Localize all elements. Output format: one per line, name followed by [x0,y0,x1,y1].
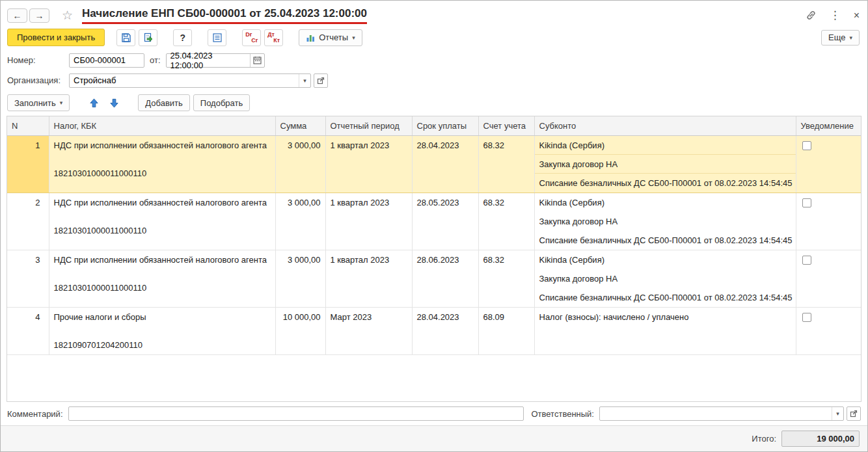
tax-table: NНалог, КБКСуммаОтчетный периодСрок упла… [7,116,861,402]
column-header[interactable]: Сумма [275,116,325,135]
responsible-combo[interactable]: ▾ [599,406,844,421]
favorite-star-icon[interactable]: ☆ [62,8,73,23]
back-button[interactable]: ← [7,8,27,23]
row-number: 3 [7,250,49,269]
period-cell[interactable]: 1 квартал 2023 [325,193,412,250]
sum-cell[interactable]: 3 000,00 [275,250,325,307]
notification-cell[interactable] [796,250,861,307]
arrow-down-icon [109,98,119,108]
dr-cr-postings-button[interactable]: Dr Cr [242,29,261,46]
tax-kbk-cell[interactable]: НДС при исполнении обязанностей налогово… [49,193,275,250]
date-input[interactable]: 25.04.2023 12:00:00 [166,53,265,68]
comment-input[interactable] [68,406,524,421]
pick-button[interactable]: Подобрать [193,94,250,111]
open-icon [317,77,325,85]
sum-cell[interactable]: 3 000,00 [275,193,325,250]
notification-checkbox[interactable] [802,313,811,322]
forward-button[interactable]: → [29,8,49,23]
period-cell[interactable]: 1 квартал 2023 [325,250,412,307]
reports-button[interactable]: Отчеты ▾ [299,29,362,46]
subconto-cell[interactable]: Налог (взносы): начислено / уплачено [534,307,796,354]
footer-comment-row: Комментарий: Ответственный: ▾ [1,402,867,425]
notification-cell[interactable] [796,307,861,354]
table-row[interactable]: 1НДС при исполнении обязанностей налогов… [7,135,861,193]
fill-button[interactable]: Заполнить ▾ [7,94,70,111]
due-date-value: 28.05.2023 [413,193,478,212]
subconto-line: Списание безналичных ДС СБ00-П00001 от 0… [535,231,796,250]
organization-combo[interactable]: Стройснаб ▾ [69,73,311,88]
notification-checkbox[interactable] [802,198,811,207]
save-button[interactable] [116,29,135,46]
row-number: 1 [7,136,49,155]
number-input[interactable]: СБ00-000001 [69,53,144,68]
account-value: 68.32 [479,193,534,212]
more-menu-icon[interactable]: ⋮ [830,8,841,22]
sum-cell[interactable]: 3 000,00 [275,135,325,193]
table-row[interactable]: 3НДС при исполнении обязанностей налогов… [7,250,861,307]
chevron-down-icon: ▾ [60,100,63,106]
due-date-value: 28.04.2023 [413,136,478,155]
notification-cell[interactable] [796,135,861,193]
tax-kbk-cell[interactable]: НДС при исполнении обязанностей налогово… [49,135,275,193]
due-date-cell[interactable]: 28.05.2023 [412,193,478,250]
row-number-cell[interactable]: 2 [7,193,49,250]
account-cell[interactable]: 68.32 [478,135,534,193]
notification-cell[interactable] [796,193,861,250]
tax-table-body: 1НДС при исполнении обязанностей налогов… [7,135,861,354]
add-row-button[interactable]: Добавить [138,94,189,111]
subconto-line: Закупка договор НА [535,155,796,174]
link-icon[interactable] [806,10,817,21]
account-value: 68.09 [479,308,534,326]
column-header[interactable]: Уведомление [796,116,861,135]
subconto-cell[interactable]: Kikinda (Сербия)Закупка договор НАСписан… [534,193,796,250]
tax-kbk-cell[interactable]: Прочие налоги и сборы1821090701204200110 [49,307,275,354]
tax-name: Прочие налоги и сборы [49,308,275,326]
due-date-value: 28.06.2023 [413,250,478,269]
period-cell[interactable]: 1 квартал 2023 [325,135,412,193]
close-icon[interactable]: × [854,10,860,21]
subconto-cell[interactable]: Kikinda (Сербия)Закупка договор НАСписан… [534,135,796,193]
column-header[interactable]: Отчетный период [325,116,412,135]
post-document-button[interactable] [139,29,157,46]
column-header[interactable]: N [7,116,49,135]
notification-checkbox[interactable] [802,256,811,265]
post-and-close-button[interactable]: Провести и закрыть [7,29,105,46]
notification-checkbox[interactable] [802,141,811,150]
chevron-down-icon[interactable]: ▾ [299,74,310,87]
journal-button[interactable] [208,29,226,46]
chevron-down-icon[interactable]: ▾ [832,407,843,420]
calendar-icon[interactable] [250,54,264,67]
responsible-label: Ответственный: [532,409,594,419]
tax-name: НДС при исполнении обязанностей налогово… [49,136,275,155]
more-actions-button[interactable]: Еще ▾ [821,30,860,46]
organization-open-button[interactable] [314,73,328,88]
period-cell[interactable]: Март 2023 [325,307,412,354]
row-number-cell[interactable]: 1 [7,135,49,193]
column-header[interactable]: Срок уплаты [412,116,478,135]
help-button[interactable]: ? [173,29,192,46]
subconto-cell[interactable]: Kikinda (Сербия)Закупка договор НАСписан… [534,250,796,307]
row-number-cell[interactable]: 4 [7,307,49,354]
responsible-open-button[interactable] [847,406,861,421]
due-date-cell[interactable]: 28.04.2023 [412,135,478,193]
period-value: 1 квартал 2023 [326,193,412,212]
sum-cell[interactable]: 10 000,00 [275,307,325,354]
table-row[interactable]: 4Прочие налоги и сборы182109070120420011… [7,307,861,354]
column-header[interactable]: Субконто [534,116,796,135]
move-row-up-button[interactable] [85,95,102,111]
date-label: от: [150,55,161,65]
table-row[interactable]: 2НДС при исполнении обязанностей налогов… [7,193,861,250]
account-cell[interactable]: 68.32 [478,193,534,250]
due-date-cell[interactable]: 28.04.2023 [412,307,478,354]
subconto-line: Налог (взносы): начислено / уплачено [535,308,796,326]
column-header[interactable]: Налог, КБК [49,116,275,135]
move-row-down-button[interactable] [105,95,122,111]
account-cell[interactable]: 68.32 [478,250,534,307]
row-number-cell[interactable]: 3 [7,250,49,307]
dt-kt-postings-button[interactable]: Дт Кт [264,29,283,46]
kbk-code: 18210301000011000110 [49,221,275,240]
account-cell[interactable]: 68.09 [478,307,534,354]
tax-kbk-cell[interactable]: НДС при исполнении обязанностей налогово… [49,250,275,307]
due-date-cell[interactable]: 28.06.2023 [412,250,478,307]
column-header[interactable]: Счет учета [478,116,534,135]
